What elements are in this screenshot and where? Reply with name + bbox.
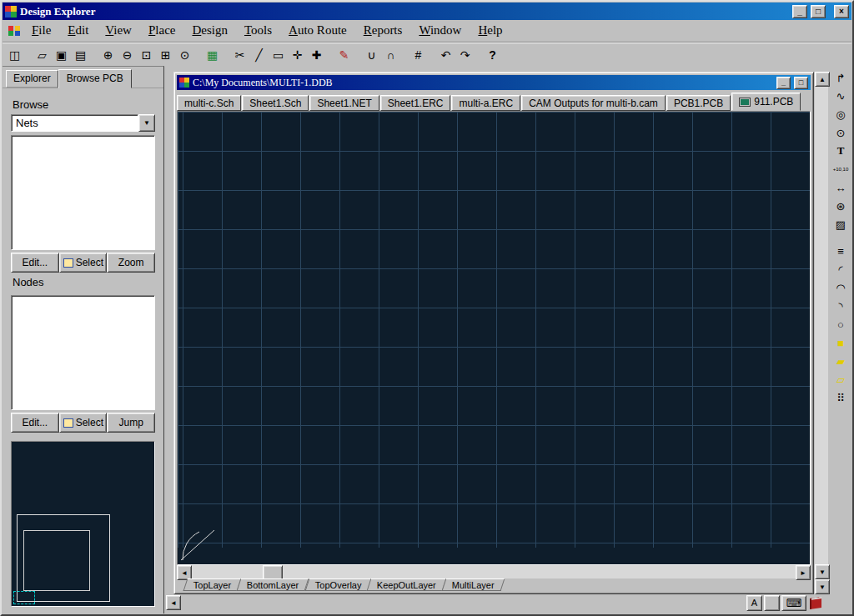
nets-edit-button[interactable]: Edit... xyxy=(11,253,59,273)
coordinate-icon[interactable]: +10,10 xyxy=(831,160,850,178)
minimap-viewport-rect[interactable] xyxy=(13,591,35,604)
doc-tab-911-pcb-label: 911.PCB xyxy=(754,96,793,108)
menu-help[interactable]: Help xyxy=(470,22,510,40)
polygon-icon[interactable]: ▰ xyxy=(831,352,850,370)
nodes-jump-button[interactable]: Jump xyxy=(107,413,155,433)
menu-auto-route[interactable]: Auto Route xyxy=(280,22,355,40)
paste-array-icon[interactable]: ⠿ xyxy=(831,388,850,407)
tab-explorer[interactable]: Explorer xyxy=(6,70,58,88)
keyboard-icon[interactable]: ⌨ xyxy=(781,595,806,611)
highlight-icon[interactable]: ✎ xyxy=(334,46,354,64)
zoom-area-icon[interactable]: ⊡ xyxy=(137,46,156,64)
toolbar-separator xyxy=(194,46,203,64)
dimension-icon[interactable]: ↔ xyxy=(831,178,850,197)
intersect-tool-icon[interactable]: ∩ xyxy=(381,46,400,64)
arc-angle-icon[interactable]: ◝ xyxy=(831,297,850,315)
scroll-down-icon[interactable]: ▼ xyxy=(815,564,830,579)
nets-zoom-button[interactable]: Zoom xyxy=(107,253,155,273)
workspace-scroll-left-icon[interactable]: ◄ xyxy=(166,595,181,610)
board-minimap[interactable] xyxy=(11,441,155,607)
pcb-canvas[interactable] xyxy=(177,111,811,565)
grid-icon[interactable]: # xyxy=(409,46,428,64)
maximize-button[interactable]: □ xyxy=(811,5,826,18)
zoom-out-icon[interactable]: ⊖ xyxy=(118,46,137,64)
print-icon[interactable]: ▤ xyxy=(71,46,90,64)
layer-tab-keepoutlayer[interactable]: KeepOutLayer xyxy=(367,578,447,591)
doc-tab-pcb1-pcb[interactable]: PCB1.PCB xyxy=(666,95,731,111)
via-icon[interactable]: ◎ xyxy=(831,105,850,123)
doc-minimize-button[interactable]: _ xyxy=(776,77,791,89)
layer-tab-bottomlayer[interactable]: BottomLayer xyxy=(237,578,309,591)
split-plane-icon[interactable]: ▱ xyxy=(831,370,850,388)
arc-center-icon[interactable]: ◠ xyxy=(831,278,850,297)
menu-file[interactable]: File xyxy=(23,22,59,40)
selection-icon[interactable]: ▭ xyxy=(269,46,288,64)
horizontal-scroll-track[interactable] xyxy=(192,565,796,578)
origin-icon[interactable]: ⊛ xyxy=(831,197,850,215)
layer-tab-topoverlay[interactable]: TopOverlay xyxy=(304,578,372,591)
scroll-up-icon[interactable]: ▲ xyxy=(815,72,830,87)
open-document-icon[interactable]: ▱ xyxy=(33,46,52,64)
doc-tab-sheet1-sch[interactable]: Sheet1.Sch xyxy=(242,95,309,111)
minimize-button[interactable]: _ xyxy=(792,5,807,18)
layer-tab-multilayer[interactable]: MultiLayer xyxy=(442,578,505,591)
fill-icon[interactable]: ■ xyxy=(831,333,850,352)
help-book-icon[interactable] xyxy=(808,596,822,610)
menu-edit[interactable]: Edit xyxy=(59,22,97,40)
ime-indicator-button[interactable]: A xyxy=(746,595,762,611)
arc-edge-icon[interactable]: ◜ xyxy=(831,260,850,278)
menu-view[interactable]: View xyxy=(97,22,140,40)
move-icon[interactable]: ✛ xyxy=(288,46,307,64)
menu-window[interactable]: Window xyxy=(410,22,470,40)
full-circle-icon[interactable]: ○ xyxy=(831,315,850,333)
ime-blank-button[interactable] xyxy=(764,595,780,611)
crosshair-icon[interactable]: ✚ xyxy=(307,46,326,64)
menu-place[interactable]: Place xyxy=(140,22,183,40)
save-icon[interactable]: ▣ xyxy=(52,46,71,64)
doc-tab-911-pcb[interactable]: 911.PCB xyxy=(731,93,801,111)
layer-tab-label: TopOverlay xyxy=(314,580,361,590)
redo-icon[interactable]: ↷ xyxy=(455,46,475,64)
doc-tab-multi-a-erc[interactable]: multi-a.ERC xyxy=(451,95,520,111)
nets-select-button[interactable]: Select xyxy=(59,253,108,273)
doc-maximize-button[interactable]: □ xyxy=(794,77,808,89)
nodes-edit-button[interactable]: Edit... xyxy=(11,413,59,433)
interactive-routing-icon[interactable]: ↱ xyxy=(831,68,850,87)
explorer-toggle-icon[interactable]: ◫ xyxy=(5,46,24,64)
component-icon[interactable]: ≡ xyxy=(831,242,850,260)
zoom-selection-icon[interactable]: ⊙ xyxy=(175,46,194,64)
doc-tab-sheet1-net[interactable]: Sheet1.NET xyxy=(309,95,379,111)
menu-reports[interactable]: Reports xyxy=(355,22,411,40)
horizontal-scrollbar: ◄ ► xyxy=(177,565,811,578)
string-text-icon[interactable]: T xyxy=(831,142,850,160)
menu-app-icon[interactable] xyxy=(5,23,23,38)
browse-type-select[interactable]: Nets ▼ xyxy=(11,114,155,132)
nodes-select-button[interactable]: Select xyxy=(59,413,108,433)
help-icon[interactable]: ? xyxy=(483,46,502,64)
nodes-button-row: Edit... Select Jump xyxy=(11,413,155,433)
vertical-scroll-track[interactable] xyxy=(815,87,828,564)
cutter-icon[interactable]: ✂ xyxy=(230,46,249,64)
track-arc-icon[interactable]: ∿ xyxy=(831,87,850,105)
panel-splitter[interactable] xyxy=(164,66,171,613)
chevron-down-icon[interactable]: ▼ xyxy=(138,114,155,132)
room-icon[interactable]: ▨ xyxy=(831,215,850,233)
close-button[interactable]: × xyxy=(834,5,849,18)
doc-tab-cam-outputs[interactable]: CAM Outputs for multi-b.cam xyxy=(521,95,666,111)
zoom-in-icon[interactable]: ⊕ xyxy=(98,46,118,64)
layer-tab-toplayer[interactable]: TopLayer xyxy=(183,578,242,591)
bottom-strip: ◄ A ⌨ xyxy=(166,592,831,613)
doc-tab-multi-c-sch[interactable]: multi-c.Sch xyxy=(177,95,241,111)
union-tool-icon[interactable]: ∪ xyxy=(362,46,381,64)
cross-probe-icon[interactable]: ▦ xyxy=(203,46,222,64)
menu-design[interactable]: Design xyxy=(183,22,236,40)
zoom-all-icon[interactable]: ⊞ xyxy=(156,46,175,64)
pad-icon[interactable]: ⊙ xyxy=(831,123,850,142)
doc-tab-sheet1-erc[interactable]: Sheet1.ERC xyxy=(380,95,451,111)
nets-listbox[interactable] xyxy=(11,135,155,250)
menu-tools[interactable]: Tools xyxy=(236,22,280,40)
line-icon[interactable]: ╱ xyxy=(249,46,269,64)
tab-browse-pcb[interactable]: Browse PCB xyxy=(58,69,132,88)
undo-icon[interactable]: ↶ xyxy=(436,46,455,64)
nodes-listbox[interactable] xyxy=(11,295,155,410)
